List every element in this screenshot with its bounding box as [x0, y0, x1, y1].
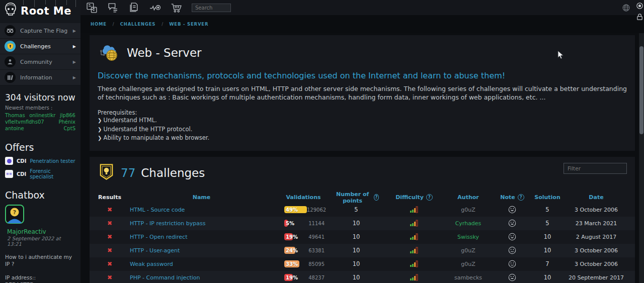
lock-icon[interactable] — [636, 13, 643, 21]
chat-username-link[interactable]: MajorReactiv — [7, 228, 75, 235]
challenge-link[interactable]: HTTP - User-agent — [130, 247, 180, 254]
edge-toolbar — [636, 2, 643, 21]
challenge-link[interactable]: PHP - Command injection — [130, 274, 200, 281]
table-row: ✖PHP - Command injection19%4823710sambec… — [90, 271, 635, 283]
sidebar-item-capture-the-flag[interactable]: Capture The Flag ▶ — [0, 23, 80, 39]
column-header-solution[interactable]: Solution — [537, 194, 557, 201]
validations-cell: 19%49641 — [273, 233, 334, 240]
chevron-right-icon: ▶ — [73, 60, 76, 64]
table-row: ✖Weak password33%8509510g0uZ73 October 2… — [90, 257, 635, 271]
column-header-results[interactable]: Results — [90, 194, 130, 201]
difficulty-icon — [379, 260, 449, 267]
challenge-link[interactable]: HTTP - IP restriction bypass — [130, 220, 205, 227]
solution-count-link[interactable]: 5 — [545, 206, 549, 213]
chat-message: IP address:: REDACTED is not authorized … — [5, 274, 75, 283]
member-link[interactable]: antoine — [5, 125, 24, 132]
help-icon[interactable]: ? — [374, 194, 379, 201]
validations-cell: 5%11144 — [273, 220, 334, 227]
chatbox: ? MajorReactiv 2 September 2022 at 13:21… — [5, 205, 75, 283]
prerequisite-item: Understand HTML. — [98, 116, 627, 125]
globe-icon[interactable] — [622, 4, 630, 12]
person-icon — [5, 56, 16, 67]
table-row: ✖HTTP - Open redirect19%4964110Swissky10… — [90, 230, 635, 244]
member-link[interactable]: vfleltvmfldhs07 — [5, 119, 44, 125]
member-link[interactable]: Phénix — [58, 119, 75, 125]
offers-title: Offers — [5, 142, 75, 153]
forum-icon[interactable] — [107, 2, 119, 14]
note-emoji-icon — [487, 246, 537, 254]
search-input[interactable] — [192, 4, 231, 12]
validations-cell: 19%48237 — [273, 274, 334, 281]
sidebar-item-label: Challenges — [20, 43, 51, 50]
solution-count-link[interactable]: 5 — [545, 220, 549, 227]
filter-input[interactable] — [564, 163, 627, 174]
prerequisites-label: Prerequisites: — [98, 109, 627, 116]
note-emoji-icon — [487, 273, 537, 281]
offer-link[interactable]: Penetration tester — [30, 158, 75, 164]
challenge-date: 3 October 2006 — [557, 247, 635, 254]
scrollbar-thumb[interactable] — [639, 46, 643, 134]
solution-count-link[interactable]: 10 — [544, 247, 551, 254]
visitors-count: 304 visitors now — [5, 92, 75, 103]
offer-forensic-specialist[interactable]: ≡≡ CDI Forensic specialist — [5, 168, 75, 179]
root-me-app: { "sidebar": { "logo_text": "Root Me", "… — [0, 0, 644, 283]
challenge-link[interactable]: HTML - Source code — [130, 207, 185, 213]
member-link[interactable]: jlp866 — [60, 112, 75, 119]
member-link[interactable]: onlinestlkr — [29, 112, 55, 119]
help-icon[interactable]: ? — [518, 194, 524, 201]
author-link[interactable]: g0uZ — [461, 247, 475, 254]
scrollbar-track[interactable] — [639, 15, 644, 283]
column-header-date[interactable]: Date — [557, 194, 635, 201]
breadcrumb-home[interactable]: HOME — [91, 22, 107, 27]
column-header-difficulty[interactable]: Difficulty? — [379, 194, 449, 201]
help-icon[interactable]: ? — [426, 194, 433, 201]
prerequisite-item: Ability to manipulate a web browser. — [98, 134, 627, 143]
shield-icon — [5, 41, 16, 52]
challenge-link[interactable]: HTTP - Open redirect — [130, 234, 188, 240]
column-header-points[interactable]: Number of points? — [334, 191, 379, 204]
author-link[interactable]: g0uZ — [461, 261, 475, 267]
author-link[interactable]: sambecks — [454, 274, 482, 281]
column-header-name[interactable]: Name — [130, 194, 273, 201]
logo[interactable]: Root Me — [0, 0, 80, 21]
record-icon[interactable] — [636, 2, 643, 10]
column-header-author[interactable]: Author — [449, 194, 487, 201]
training-icon[interactable] — [86, 2, 98, 14]
avatar[interactable]: ? — [5, 216, 24, 226]
column-header-note[interactable]: Note? — [487, 194, 537, 201]
main-content: Web - Server Discover the mechanisms, pr… — [80, 33, 644, 283]
activity-target-icon[interactable] — [149, 2, 161, 14]
not-solved-icon: ✖ — [107, 206, 112, 213]
solution-count-link[interactable]: 10 — [544, 274, 551, 281]
author-link[interactable]: g0uZ — [461, 207, 475, 213]
documents-icon[interactable] — [128, 2, 140, 14]
author-link[interactable]: Cyrhades — [455, 220, 481, 227]
note-emoji-icon — [487, 206, 537, 214]
offer-penetration-tester[interactable]: CDI Penetration tester — [5, 157, 75, 165]
difficulty-icon — [379, 247, 449, 254]
member-link[interactable]: Thomas — [5, 112, 25, 119]
shop-cart-icon[interactable] — [171, 2, 182, 14]
member-link[interactable]: CptS — [63, 125, 75, 132]
solution-count-link[interactable]: 7 — [545, 260, 549, 267]
validation-percent-badge: 33% — [284, 260, 299, 267]
sidebar-item-information[interactable]: Information ▶ — [0, 70, 80, 85]
page-title: Web - Server — [127, 46, 202, 59]
points-value: 10 — [334, 220, 379, 227]
books-icon — [5, 72, 16, 83]
challenge-date: 2 August 2017 — [557, 234, 635, 240]
column-header-validations[interactable]: Validations — [273, 194, 334, 201]
breadcrumb-challenges[interactable]: CHALLENGES — [120, 22, 156, 27]
offer-link[interactable]: Forensic specialist — [30, 168, 75, 179]
solution-count-link[interactable]: 10 — [544, 233, 551, 240]
note-emoji-icon — [487, 233, 537, 241]
validation-percent-badge: 19% — [284, 233, 293, 240]
company-logo-icon — [5, 157, 13, 165]
challenge-link[interactable]: Weak password — [130, 261, 173, 267]
category-description: These challenges are designed to train u… — [98, 85, 627, 102]
author-link[interactable]: Swissky — [457, 234, 479, 240]
skull-logo-icon — [4, 2, 17, 19]
breadcrumb-separator: / — [113, 22, 114, 27]
sidebar-item-community[interactable]: Community ▶ — [0, 54, 80, 70]
sidebar-item-challenges[interactable]: Challenges ▶ — [0, 39, 80, 54]
